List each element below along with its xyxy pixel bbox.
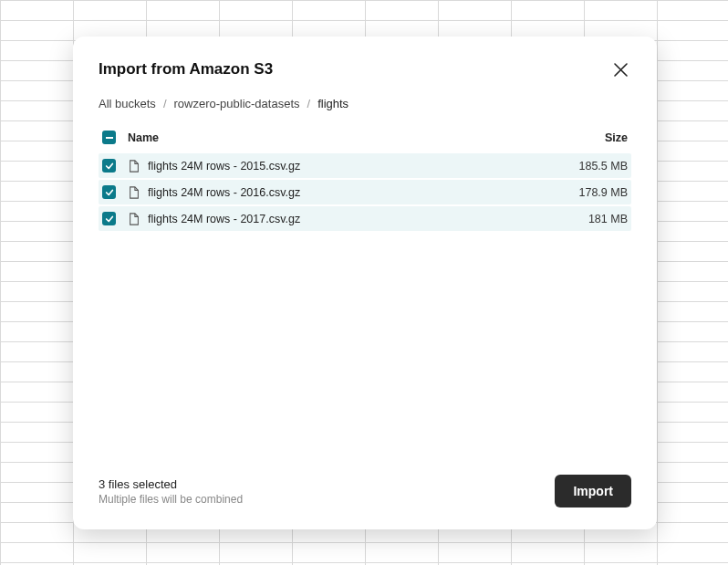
breadcrumb-bucket[interactable]: rowzero-public-datasets [174,97,300,110]
breadcrumb-root[interactable]: All buckets [99,97,156,110]
row-checkbox[interactable] [102,185,116,199]
row-checkbox[interactable] [102,159,116,173]
file-icon [128,160,140,173]
breadcrumb: All buckets / rowzero-public-datasets / … [73,80,657,110]
modal-header: Import from Amazon S3 [73,37,657,80]
file-name: flights 24M rows - 2015.csv.gz [148,160,300,173]
file-list: Name Size flights 24M rows - 2015.csv.gz… [73,110,657,475]
file-icon [128,186,140,199]
row-checkbox[interactable] [102,212,116,225]
modal-title: Import from Amazon S3 [99,60,273,78]
file-name: flights 24M rows - 2016.csv.gz [148,186,300,199]
breadcrumb-separator: / [307,97,311,110]
modal-footer: 3 files selected Multiple files will be … [73,475,657,529]
close-button[interactable] [609,58,631,80]
column-header-size[interactable]: Size [546,131,628,144]
breadcrumb-separator: / [163,97,167,110]
file-row[interactable]: flights 24M rows - 2016.csv.gz 178.9 MB [99,180,631,204]
file-row[interactable]: flights 24M rows - 2017.csv.gz 181 MB [99,206,631,231]
close-icon [614,63,628,77]
file-size: 178.9 MB [546,186,628,199]
breadcrumb-current: flights [317,97,348,110]
file-list-header: Name Size [99,123,631,153]
file-size: 181 MB [546,213,628,225]
file-icon [128,213,140,225]
file-size: 185.5 MB [546,160,628,173]
import-s3-modal: Import from Amazon S3 All buckets / rowz… [73,37,657,529]
selected-count: 3 files selected [99,477,243,491]
column-header-name[interactable]: Name [126,131,546,144]
file-name: flights 24M rows - 2017.csv.gz [148,213,300,225]
select-all-checkbox[interactable] [102,131,116,144]
selection-summary: 3 files selected Multiple files will be … [99,477,243,506]
file-row[interactable]: flights 24M rows - 2015.csv.gz 185.5 MB [99,153,631,178]
combine-hint: Multiple files will be combined [99,493,243,506]
import-button[interactable]: Import [555,475,631,507]
